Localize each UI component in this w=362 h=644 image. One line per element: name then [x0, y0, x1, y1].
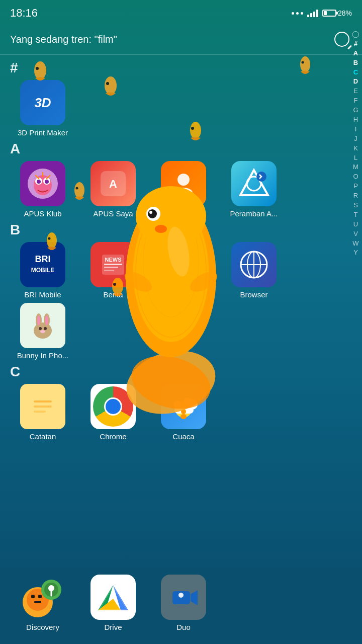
- dot3: [301, 12, 303, 15]
- app-item-drive[interactable]: Drive: [80, 575, 146, 631]
- svg-point-91: [178, 593, 184, 598]
- goldfish-overlay: [101, 141, 241, 418]
- app-label-bunny: Bunny In Pho...: [13, 351, 73, 360]
- battery-body: [322, 10, 336, 17]
- app-icon-duo: [161, 575, 206, 620]
- svg-point-33: [39, 327, 42, 330]
- alpha-circle[interactable]: ◯: [352, 30, 359, 39]
- mini-fish-svg-5: [70, 176, 88, 201]
- battery-fill: [324, 11, 327, 15]
- signal-bar-3: [313, 12, 315, 17]
- svg-rect-39: [34, 411, 46, 413]
- svg-point-31: [37, 315, 40, 326]
- app-item-apus-klub[interactable]: APUS Klub: [10, 161, 75, 218]
- svg-point-4: [37, 180, 41, 184]
- svg-point-66: [302, 61, 304, 64]
- app-label-apus-klub: APUS Klub: [13, 209, 73, 218]
- dot1: [292, 12, 294, 15]
- app-label-cuaca: Cuaca: [153, 432, 214, 441]
- svg-point-57: [148, 209, 157, 218]
- discovery-icon-svg: [20, 575, 65, 620]
- svg-rect-78: [38, 595, 42, 598]
- app-label-bri-mobile: BRI Mobile: [13, 290, 73, 299]
- svg-point-32: [45, 315, 48, 326]
- mini-fish-svg-3: [297, 50, 314, 75]
- app-item-bunny[interactable]: Bunny In Pho...: [10, 303, 75, 360]
- goldfish-svg: [101, 141, 241, 418]
- app-label-3d-print-maker: 3D Print Maker: [13, 128, 73, 137]
- app-icon-catatan: [20, 384, 65, 429]
- svg-point-68: [191, 127, 194, 130]
- app-label-catatan: Catatan: [13, 432, 73, 441]
- svg-point-69: [74, 182, 84, 198]
- catatan-icon: [28, 391, 58, 422]
- signal-bar-4: [316, 10, 318, 17]
- app-item-3d-print-maker[interactable]: 3D 3D Print Maker: [10, 80, 75, 137]
- search-icon: [334, 32, 349, 47]
- app-icon-3d-print-maker: 3D: [20, 80, 65, 125]
- app-label-drive: Drive: [83, 623, 143, 631]
- svg-point-61: [34, 61, 46, 79]
- app-label-chrome: Chrome: [83, 432, 143, 441]
- svg-point-59: [155, 225, 167, 233]
- svg-rect-38: [34, 406, 52, 408]
- bottom-dock: Discovery Drive: [0, 567, 362, 644]
- svg-rect-77: [31, 595, 35, 598]
- svg-point-82: [48, 585, 54, 591]
- mini-fish-1: [30, 55, 50, 85]
- app-icon-discovery: [20, 575, 65, 620]
- status-dots: [292, 12, 303, 15]
- svg-point-65: [300, 56, 310, 72]
- svg-point-64: [106, 82, 109, 85]
- app-label-discovery: Discovery: [13, 623, 73, 631]
- mini-fish-svg-1: [30, 55, 50, 83]
- status-bar: 18:16 28%: [0, 0, 362, 24]
- status-time: 18:16: [10, 7, 38, 20]
- browser-icon: [238, 249, 270, 281]
- signal-bars: [307, 10, 318, 17]
- app-item-discovery[interactable]: Discovery: [10, 575, 75, 631]
- 3d-text: 3D: [34, 95, 51, 111]
- svg-rect-37: [34, 400, 52, 403]
- mini-fish-svg-4: [186, 116, 205, 142]
- svg-rect-79: [34, 601, 41, 603]
- battery-indicator: 28%: [322, 9, 352, 17]
- svg-point-34: [44, 327, 47, 330]
- duo-icon-svg: [167, 581, 200, 614]
- svg-point-70: [76, 187, 78, 190]
- peramban-icon: [238, 168, 270, 200]
- svg-point-35: [40, 330, 45, 333]
- mini-fish-svg-6: [43, 226, 61, 252]
- alpha-hash[interactable]: #: [354, 40, 357, 48]
- mini-fish-4: [186, 116, 205, 144]
- mini-fish-6: [43, 226, 61, 254]
- svg-point-63: [105, 76, 117, 95]
- svg-point-58: [149, 211, 152, 214]
- app-label-duo: Duo: [153, 623, 214, 631]
- app-icon-drive: [90, 575, 136, 620]
- signal-bar-2: [310, 13, 312, 17]
- apps-row-hash: 3D 3D Print Maker: [10, 80, 352, 137]
- apus-klub-icon: [25, 166, 60, 201]
- signal-bar-1: [307, 15, 309, 17]
- bri-text: BRIMOBILE: [31, 255, 55, 275]
- battery-percent: 28%: [338, 9, 352, 17]
- svg-point-5: [45, 180, 49, 184]
- svg-marker-86: [98, 599, 121, 610]
- app-icon-bunny: [20, 303, 65, 348]
- status-icons: 28%: [292, 9, 352, 17]
- mini-fish-5: [70, 176, 88, 203]
- trending-title: Yang sedang tren: "film": [10, 34, 117, 45]
- svg-point-62: [36, 67, 39, 70]
- app-icon-apus-klub: [20, 161, 65, 206]
- bunny-icon: [27, 309, 59, 342]
- search-button[interactable]: [332, 29, 352, 49]
- mini-fish-2: [101, 70, 121, 100]
- app-item-catatan[interactable]: Catatan: [10, 384, 75, 441]
- svg-point-71: [47, 232, 57, 249]
- drive-icon-svg: [96, 581, 131, 614]
- app-item-duo[interactable]: Duo: [151, 575, 216, 631]
- svg-point-67: [190, 122, 201, 139]
- mini-fish-3: [297, 50, 314, 77]
- dot2: [296, 12, 299, 15]
